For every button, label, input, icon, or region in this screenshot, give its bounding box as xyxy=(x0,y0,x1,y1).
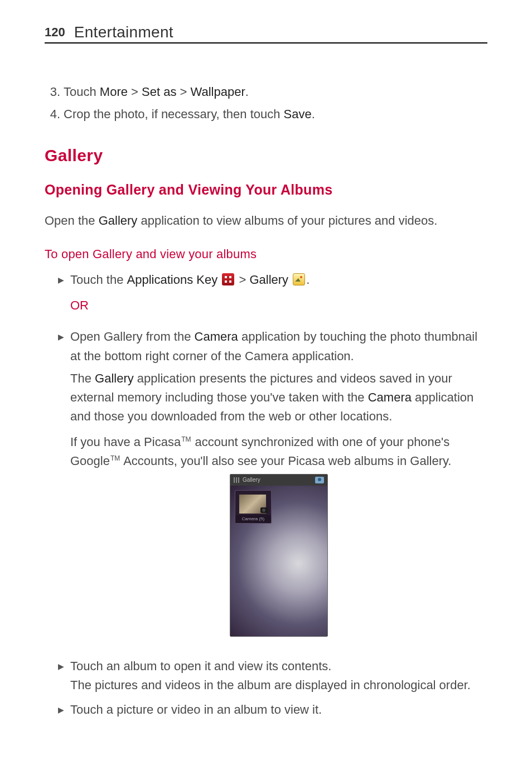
text-fragment: . xyxy=(306,273,309,287)
bold-term: Set as xyxy=(142,85,176,99)
heading-tertiary: To open Gallery and view your albums xyxy=(45,247,487,262)
document-page: 120 Entertainment 3. Touch More > Set as… xyxy=(0,0,532,755)
step-number: 3. xyxy=(45,83,64,101)
applications-key-icon xyxy=(222,273,234,285)
bold-term: Gallery xyxy=(99,214,138,227)
step-3: 3. Touch More > Set as > Wallpaper. xyxy=(45,83,487,101)
screenshot-album-label: Camera (5) xyxy=(235,515,271,523)
screenshot-album-thumbnail: Camera (5) xyxy=(235,490,272,524)
screenshot-topbar: Gallery xyxy=(230,475,327,486)
text-fragment: Open Gallery from the xyxy=(70,330,195,343)
list-item-body: Touch an album to open it and view its c… xyxy=(70,657,487,695)
bullet-arrow-icon: ▶ xyxy=(58,657,70,695)
list-item-body: Touch a picture or video in an album to … xyxy=(70,700,487,719)
or-separator: OR xyxy=(70,296,487,315)
heading-primary: Gallery xyxy=(45,146,487,165)
gallery-icon xyxy=(293,273,305,285)
text-fragment: . xyxy=(245,85,249,99)
menu-bars-icon xyxy=(234,477,240,483)
bold-term: Applications Key xyxy=(127,273,218,287)
bullet-arrow-icon: ▶ xyxy=(58,327,70,651)
text-fragment: Touch xyxy=(64,85,100,99)
page-header: 120 Entertainment xyxy=(45,25,487,43)
list-item: ▶ Touch a picture or video in an album t… xyxy=(58,700,487,719)
page-number: 120 xyxy=(45,26,65,40)
text-fragment: The xyxy=(70,371,95,385)
embedded-screenshot-wrap: Gallery Camera (5) xyxy=(70,474,487,637)
paragraph: The Gallery application presents the pic… xyxy=(70,369,487,426)
heading-secondary: Opening Gallery and Viewing Your Albums xyxy=(45,182,487,198)
step-4: 4. Crop the photo, if necessary, then to… xyxy=(45,105,487,124)
step-body: Crop the photo, if necessary, then touch… xyxy=(64,105,487,124)
text-fragment: If you have a Picasa xyxy=(70,435,181,449)
list-item: ▶ Touch the Applications Key > Gallery .… xyxy=(58,270,487,325)
bold-term: More xyxy=(100,85,128,99)
text-fragment: Crop the photo, if necessary, then touch xyxy=(64,107,284,121)
trademark-mark: TM xyxy=(110,454,120,462)
bullet-arrow-icon: ▶ xyxy=(58,270,70,325)
step-body: Touch More > Set as > Wallpaper. xyxy=(64,83,487,101)
text-fragment: Open the xyxy=(45,214,99,227)
trademark-mark: TM xyxy=(181,435,191,443)
text-line: The pictures and videos in the album are… xyxy=(70,676,487,695)
list-item-body: Open Gallery from the Camera application… xyxy=(70,327,487,651)
screenshot-topbar-title: Gallery xyxy=(243,476,260,485)
list-item: ▶ Open Gallery from the Camera applicati… xyxy=(58,327,487,651)
text-fragment: application to view albums of your pictu… xyxy=(137,214,437,227)
bold-term: Save xyxy=(284,107,312,121)
bold-term: Gallery xyxy=(249,273,288,287)
text-fragment: > xyxy=(128,85,142,99)
bold-term: Camera xyxy=(195,330,238,343)
bullet-list: ▶ Touch the Applications Key > Gallery .… xyxy=(58,270,487,719)
paragraph: Open Gallery from the Camera application… xyxy=(70,327,487,365)
intro-paragraph: Open the Gallery application to view alb… xyxy=(45,211,487,230)
list-item-body: Touch the Applications Key > Gallery . O… xyxy=(70,270,487,325)
bold-term: Camera xyxy=(368,390,412,404)
text-fragment: Accounts, you'll also see your Picasa we… xyxy=(120,454,451,468)
numbered-steps: 3. Touch More > Set as > Wallpaper. 4. C… xyxy=(45,83,487,124)
text-line: Touch an album to open it and view its c… xyxy=(70,657,487,676)
paragraph: If you have a PicasaTM account synchroni… xyxy=(70,433,487,471)
album-camera-icon xyxy=(260,507,268,513)
text-fragment: > xyxy=(239,273,249,287)
camera-icon xyxy=(315,477,324,483)
gallery-app-screenshot: Gallery Camera (5) xyxy=(230,474,328,637)
step-number: 4. xyxy=(45,105,64,124)
text-fragment: Touch the xyxy=(70,273,127,287)
text-fragment: . xyxy=(312,107,315,121)
bold-term: Gallery xyxy=(95,371,134,385)
section-title: Entertainment xyxy=(74,25,173,40)
bullet-arrow-icon: ▶ xyxy=(58,700,70,719)
text-fragment: > xyxy=(176,85,190,99)
bold-term: Wallpaper xyxy=(190,85,245,99)
list-item: ▶ Touch an album to open it and view its… xyxy=(58,657,487,695)
